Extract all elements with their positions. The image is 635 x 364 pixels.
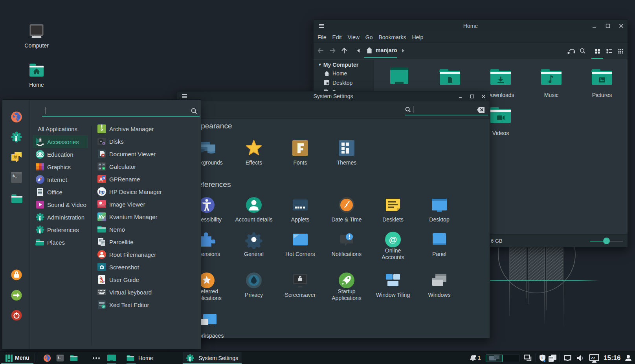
svg-text:Kv: Kv [99, 214, 105, 220]
svg-text:zz: zz [591, 355, 596, 360]
svg-text:$_: $_ [58, 357, 61, 359]
svg-text:@: @ [389, 235, 397, 244]
svg-text:hp: hp [99, 189, 105, 195]
svg-text:−: − [103, 163, 105, 166]
svg-text:PDF: PDF [100, 280, 105, 283]
svg-text:×: × [99, 167, 101, 170]
svg-text:B: B [103, 176, 105, 180]
svg-text:i: i [541, 356, 543, 360]
svg-text:=: = [103, 167, 105, 170]
svg-text:+: + [99, 163, 101, 166]
